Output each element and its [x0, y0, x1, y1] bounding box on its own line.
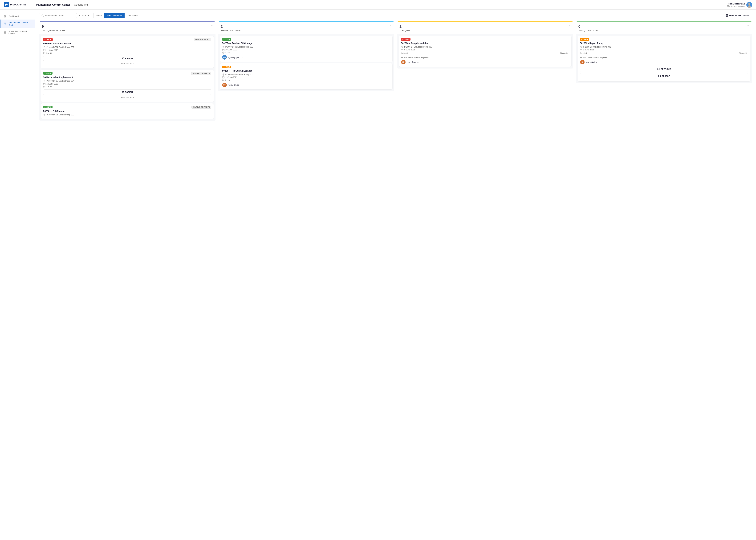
- svg-point-49: [223, 47, 223, 47]
- equipment-icon-6: [401, 46, 403, 48]
- hours-text-502941: 2.5 hrs: [47, 86, 52, 88]
- assignee-row-502854[interactable]: KS Kerry Smith: [222, 82, 390, 87]
- card-502901[interactable]: 2 - LOW WAITING ON PARTS 502901 - Oil Ch…: [41, 103, 213, 119]
- column-assigned-header: 2 Assigned Work Orders: [218, 22, 395, 34]
- column-unassigned-count: 9: [42, 24, 65, 29]
- card-502800[interactable]: 5 - HIGH 502800 - Pump Installation P-10…: [399, 36, 571, 67]
- priority-badge-502800: 5 - HIGH: [401, 38, 411, 41]
- wo-title-502941: 502941 - Valve Replacement: [43, 76, 211, 78]
- column-assigned-filter-icon[interactable]: [389, 24, 392, 27]
- column-unassigned-title: Unassigned Work Orders: [42, 29, 65, 32]
- status-badge-502900: PARTS IN STOCK: [194, 38, 211, 41]
- column-unassigned: 9 Unassigned Work Orders: [39, 22, 215, 121]
- svg-line-56: [223, 53, 224, 53]
- ops-completed-text-502882: 4 of 4 Operations Completed: [583, 56, 607, 59]
- svg-point-57: [223, 74, 223, 74]
- planned-hours-502800: Planned 4h: [560, 52, 569, 54]
- view-details-button-502941[interactable]: VIEW DETAILS: [43, 95, 211, 99]
- wo-title-502870: 502870 - Routine Oil Change: [222, 42, 390, 45]
- column-in-progress-header: 2 In Progress: [397, 22, 573, 34]
- today-button[interactable]: Today: [93, 13, 104, 18]
- assignee-row-502800: LB Larry Bohmer: [401, 60, 569, 65]
- svg-point-31: [122, 58, 123, 59]
- svg-rect-7: [5, 24, 6, 25]
- priority-badge-502900: 5 - HIGH: [43, 38, 53, 41]
- card-502900[interactable]: 5 - HIGH PARTS IN STOCK 502900 - Motor I…: [41, 36, 213, 68]
- filter-icon: [78, 14, 81, 17]
- maintenance-icon: [4, 22, 7, 25]
- svg-rect-79: [580, 49, 582, 51]
- svg-rect-58: [222, 76, 224, 78]
- progress-section-502882: Actual 4h Planned 4h: [580, 52, 748, 56]
- user-info: Richard Newman Maintenance Manager: [727, 2, 752, 8]
- search-icon: [42, 14, 44, 17]
- sidebar-item-dashboard[interactable]: Dashboard: [0, 13, 35, 20]
- status-badge-502901: WAITING ON PARTS: [191, 106, 211, 108]
- sidebar-item-maintenance[interactable]: Maintenance Control Center: [0, 20, 35, 28]
- priority-badge-502882: 4 - MED: [580, 38, 589, 41]
- priority-badge-502941: 2 - LOW: [43, 72, 53, 74]
- svg-point-2: [748, 3, 750, 5]
- clock-icon-3: [222, 52, 224, 54]
- assignee-dropdown-icon: [241, 57, 243, 58]
- assignee-dropdown-icon-2: [241, 84, 242, 86]
- assignee-row-502870[interactable]: RN Ryu Nguyen: [222, 55, 390, 60]
- column-waiting-approval-filter-icon[interactable]: [747, 24, 750, 27]
- chevron-down-icon: [87, 15, 89, 16]
- svg-line-41: [44, 87, 45, 87]
- column-assigned-count: 2: [221, 24, 242, 29]
- avatar-image: [746, 2, 752, 8]
- progress-bar-fill-502882: [580, 55, 748, 56]
- card-502882[interactable]: 4 - MED 502882 - Repair Pump P-1000-DF03…: [578, 36, 750, 81]
- equipment-text-502901: P-1000-DF05 Electric Pump 009: [47, 114, 74, 116]
- equipment-icon: [43, 46, 46, 48]
- wo-date-502882: 9-June-2021: [580, 49, 748, 51]
- date-text-502941: 12-June-2021: [47, 83, 58, 85]
- planned-hours-502882: Planned 4h: [739, 52, 748, 54]
- approve-button-502882[interactable]: APPROVE: [580, 66, 748, 72]
- svg-line-64: [223, 80, 224, 81]
- date-text-502870: 10-June-2021: [225, 49, 237, 51]
- filter-button[interactable]: Filter: [76, 13, 91, 18]
- calendar-icon-4: [222, 76, 224, 78]
- assign-button-502900[interactable]: ASSIGN: [43, 56, 211, 61]
- card-502870[interactable]: 2 - LOW 502870 - Routine Oil Change P-10…: [220, 36, 393, 62]
- reject-button-502882[interactable]: REJECT: [580, 73, 748, 79]
- date-text-502900: 11-June-2021: [47, 49, 58, 51]
- wo-equipment-502900: P-1000-DF04 Electric Pump 002: [43, 46, 211, 48]
- nav-location: Queensland: [74, 3, 88, 6]
- new-work-order-button[interactable]: NEW WORK ORDER: [723, 13, 752, 18]
- spare-parts-icon: [4, 31, 7, 34]
- equipment-text-502800: P-1000-DF10 Electric Pump 005: [404, 46, 432, 48]
- card-502854[interactable]: 4 - MED 502854 - Fix Output Leakage P-10…: [220, 64, 393, 89]
- equipment-text-502882: P-1000-DF03 Electric Pump 001: [583, 46, 611, 48]
- this-month-button[interactable]: This Month: [125, 13, 140, 18]
- card-502941[interactable]: 2 - LOW WAITING ON PARTS 502941 - Valve …: [41, 69, 213, 102]
- equipment-text-502941: P-1000-DF05 Electric Pump 004: [47, 80, 74, 82]
- svg-rect-69: [401, 49, 403, 51]
- column-waiting-approval-body: 4 - MED 502882 - Repair Pump P-1000-DF03…: [576, 34, 752, 83]
- wo-title-502901: 502901 - Oil Change: [43, 110, 211, 112]
- column-in-progress-filter-icon[interactable]: [568, 24, 571, 27]
- column-filter-icon[interactable]: [210, 24, 213, 27]
- search-input[interactable]: [45, 14, 69, 17]
- equipment-text-502870: P-1000-DF03 Electric Pump 003: [225, 46, 253, 48]
- date-filter-group: Today Due This Week This Month: [93, 13, 140, 18]
- assign-button-502941[interactable]: ASSIGN: [43, 89, 211, 95]
- assignee-name-502800: Larry Bohmer: [407, 61, 420, 64]
- clock-icon-4: [222, 79, 224, 81]
- column-assigned: 2 Assigned Work Orders: [218, 22, 395, 91]
- sidebar-item-spare-parts[interactable]: Spare Parts Control Center: [0, 28, 35, 37]
- column-waiting-approval-title: Waiting For Approval: [578, 29, 598, 32]
- equipment-icon-7: [580, 46, 582, 48]
- view-details-button-502900[interactable]: VIEW DETAILS: [43, 62, 211, 66]
- user-role: Maintenance Manager: [727, 5, 745, 7]
- search-box[interactable]: [39, 13, 74, 18]
- wo-title-502800: 502800 - Pump Installation: [401, 42, 569, 45]
- wo-equipment-502854: P-1000-DF03 Electric Pump 006: [222, 73, 390, 75]
- user-avatar[interactable]: [746, 2, 752, 8]
- assignee-name-502882: Kerry Smith: [586, 61, 597, 64]
- equipment-icon-4: [222, 46, 224, 48]
- due-this-week-button[interactable]: Due This Week: [104, 13, 125, 18]
- date-text-502882: 9-June-2021: [583, 49, 594, 51]
